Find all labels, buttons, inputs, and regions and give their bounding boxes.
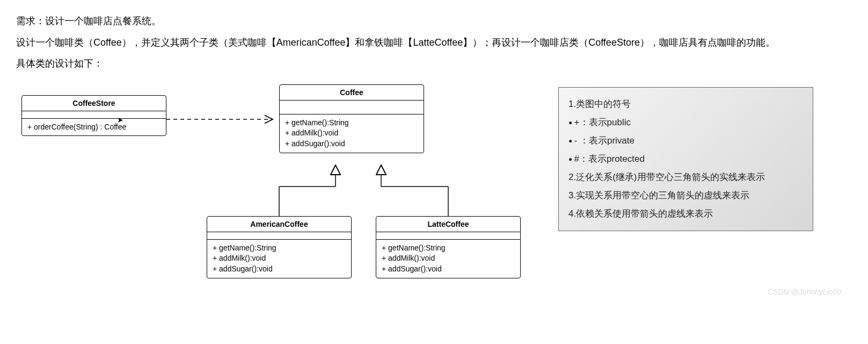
desc-line-1: 需求：设计一个咖啡店点餐系统。 — [16, 11, 852, 32]
class-name: LatteCoffee — [376, 217, 520, 232]
desc-line-3: 具体类的设计如下： — [16, 53, 852, 75]
legend-line: 2.泛化关系(继承)用带空心三角箭头的实线来表示 — [568, 168, 803, 187]
class-methods: + getName():String + addMilk():void + ad… — [280, 114, 424, 153]
class-methods: + getName():String + addMilk():void + ad… — [207, 240, 351, 278]
class-name: CoffeeStore — [22, 96, 166, 111]
class-attributes — [207, 232, 351, 240]
class-name: AmericanCoffee — [207, 217, 351, 232]
class-attributes — [280, 101, 424, 114]
class-coffeestore: CoffeeStore + orderCoffee(String) : Coff… — [21, 95, 166, 137]
uml-diagram: CoffeeStore + orderCoffee(String) : Coff… — [16, 84, 852, 299]
class-attributes — [22, 111, 166, 119]
class-name: Coffee — [280, 85, 424, 101]
legend-bullet-private: - ：表示private — [568, 132, 803, 150]
class-lattecoffee: LatteCoffee + getName():String + addMilk… — [376, 216, 521, 278]
watermark: CSDN @JohnnyLin00 — [768, 288, 841, 296]
desc-line-2: 设计一个咖啡类（Coffee），并定义其两个子类（美式咖啡【AmericanCo… — [16, 32, 852, 54]
legend-line: 1.类图中的符号 — [568, 95, 803, 113]
class-coffee: Coffee + getName():String + addMilk():vo… — [279, 84, 424, 153]
legend-line: 3.实现关系用带空心的三角箭头的虚线来表示 — [568, 187, 803, 205]
legend-bullet-public: +：表示public — [568, 113, 803, 132]
class-methods: + getName():String + addMilk():void + ad… — [376, 240, 520, 278]
class-attributes — [376, 232, 520, 240]
class-methods: + orderCoffee(String) : Coffee — [22, 119, 166, 136]
class-americancoffee: AmericanCoffee + getName():String + addM… — [207, 216, 352, 278]
legend-bullet-protected: #：表示protected — [568, 150, 803, 168]
description-block: 需求：设计一个咖啡店点餐系统。 设计一个咖啡类（Coffee），并定义其两个子类… — [16, 11, 852, 75]
legend-box: 1.类图中的符号 +：表示public - ：表示private #：表示pro… — [558, 87, 813, 231]
legend-line: 4.依赖关系使用带箭头的虚线来表示 — [568, 205, 803, 223]
